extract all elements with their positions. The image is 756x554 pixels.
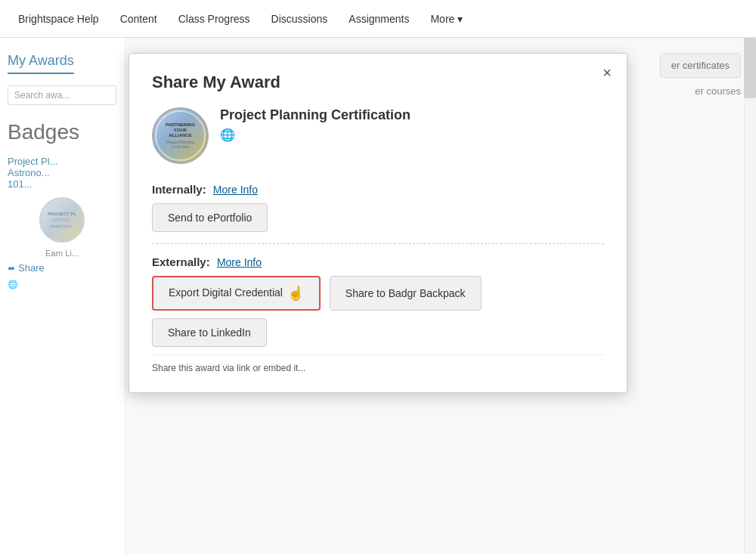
nav-brightspace-help[interactable]: Brightspace Help: [8, 0, 110, 37]
send-to-eportfolio-button[interactable]: Send to ePortfolio: [152, 203, 268, 232]
modal-overlay: × Share My Award PARTNERINGYOURALLIANCE …: [0, 38, 756, 554]
externally-section-label: Externally: More Info: [152, 255, 604, 268]
modal-close-button[interactable]: ×: [603, 65, 612, 80]
cursor-hand-icon: ☝: [287, 285, 304, 302]
share-to-linkedin-button[interactable]: Share to LinkedIn: [152, 318, 267, 347]
modal-bottom-hint: Share this award via link or embed it...: [152, 354, 604, 373]
section-divider: [152, 243, 604, 244]
nav-more[interactable]: More ▾: [420, 0, 473, 37]
internally-section-label: Internally: More Info: [152, 183, 604, 196]
more-info-externally-link[interactable]: More Info: [217, 256, 262, 268]
externally-buttons-row2: Share to LinkedIn: [152, 318, 604, 347]
top-nav: Brightspace Help Content Class Progress …: [0, 0, 756, 38]
nav-content[interactable]: Content: [110, 0, 168, 37]
share-to-badgr-button[interactable]: Share to Badgr Backpack: [330, 276, 482, 311]
nav-discussions[interactable]: Discussions: [261, 0, 339, 37]
award-badge-ring: [155, 110, 206, 161]
award-header: PARTNERINGYOURALLIANCE Project Planning …: [152, 107, 604, 164]
more-info-internally-link[interactable]: More Info: [213, 184, 258, 196]
main-area: My Awards Badges Project Pl... Astrono..…: [0, 38, 756, 554]
share-my-award-modal: × Share My Award PARTNERINGYOURALLIANCE …: [129, 53, 627, 393]
nav-class-progress[interactable]: Class Progress: [168, 0, 261, 37]
award-globe-icon: 🌐: [220, 128, 604, 142]
nav-assignments[interactable]: Assignments: [338, 0, 420, 37]
export-digital-credential-button[interactable]: Export Digital Credential ☝: [152, 276, 321, 311]
award-title-section: Project Planning Certification 🌐: [220, 107, 604, 142]
award-name: Project Planning Certification: [220, 107, 604, 123]
award-badge-image: PARTNERINGYOURALLIANCE Project Planning …: [152, 107, 209, 164]
externally-buttons-row1: Export Digital Credential ☝ Share to Bad…: [152, 276, 604, 311]
modal-title: Share My Award: [152, 73, 604, 92]
internally-buttons: Send to ePortfolio: [152, 203, 604, 232]
